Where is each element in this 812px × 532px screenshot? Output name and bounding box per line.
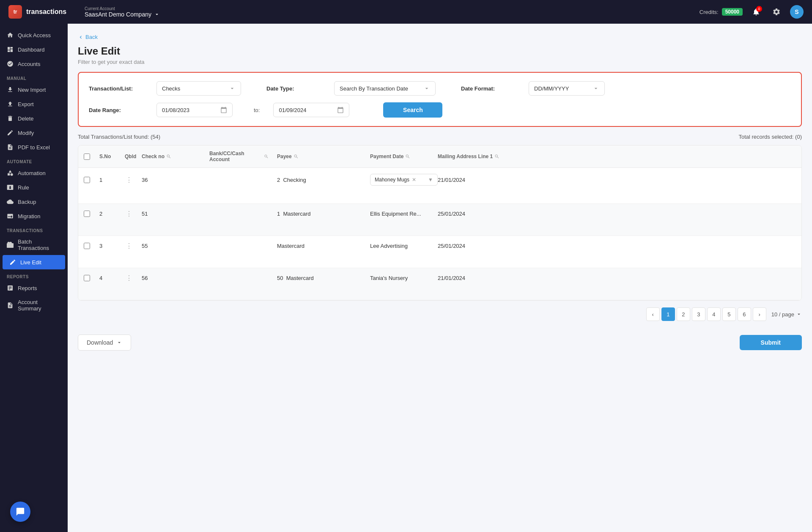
row-qbld: 51 <box>137 204 205 224</box>
row-checkbox[interactable] <box>78 268 95 288</box>
page-size-selector[interactable]: 10 / page <box>771 311 802 318</box>
table-header: S.No Qbld Check no Bank/CC/Cash Account … <box>78 145 801 168</box>
page-next-button[interactable]: › <box>753 307 766 321</box>
sidebar-item-quick-access[interactable]: Quick Access <box>0 28 68 42</box>
page-1-button[interactable]: 1 <box>661 307 675 321</box>
sidebar-item-live-edit[interactable]: Live Edit <box>3 255 65 269</box>
payee-clear-icon[interactable]: ✕ <box>412 177 416 183</box>
date-from-input[interactable]: 01/08/2023 <box>156 103 233 117</box>
sidebar-item-modify[interactable]: Modify <box>0 126 68 140</box>
row-qbld: 55 <box>137 236 205 256</box>
sidebar-item-pdf-to-excel[interactable]: PDF to Excel <box>0 140 68 154</box>
row-sno: 2 <box>95 204 121 224</box>
search-button[interactable]: Search <box>383 102 442 118</box>
account-name[interactable]: SaasAnt Demo Company <box>85 11 160 18</box>
row-sno: 4 <box>95 268 121 288</box>
sidebar-item-batch-transactions[interactable]: Batch Transactions <box>0 235 68 255</box>
page-4-button[interactable]: 4 <box>707 307 721 321</box>
row-sno: 1 <box>95 168 121 192</box>
sidebar: Quick Access Dashboard Accounts MANUAL N… <box>0 24 68 532</box>
th-check-no[interactable]: Check no <box>137 145 205 167</box>
sidebar-item-backup[interactable]: Backup <box>0 195 68 209</box>
sidebar-item-migration[interactable]: Migration <box>0 209 68 223</box>
th-bank[interactable]: Bank/CC/Cash Account <box>205 145 273 167</box>
row-payee: Tania's Nursery <box>366 268 433 288</box>
filter-row-2: Date Range: 01/08/2023 to: 01/09/2024 Se… <box>89 102 791 118</box>
date-to-input[interactable]: 01/09/2024 <box>273 103 349 117</box>
th-sno: S.No <box>95 145 121 167</box>
page-6-button[interactable]: 6 <box>738 307 751 321</box>
total-selected: Total records selected: (0) <box>738 134 802 140</box>
account-selector[interactable]: Current Account SaasAnt Demo Company <box>85 6 160 18</box>
th-checkbox[interactable] <box>78 145 95 167</box>
table-row: 2 ⋮ 51 1 Mastercard Ellis Equipment Re..… <box>78 204 801 236</box>
payee-dropdown-icon[interactable]: ▼ <box>428 177 433 183</box>
credits-value: 50000 <box>722 8 743 16</box>
row-payment-date: 21/01/2024 <box>433 268 518 288</box>
user-avatar[interactable]: S <box>790 5 804 19</box>
row-check-no <box>205 168 273 192</box>
filter-row-1: Transaction/List: Checks Date Type: Sear… <box>89 81 791 96</box>
sidebar-item-accounts[interactable]: Accounts <box>0 57 68 71</box>
row-bank: Mastercard <box>273 236 366 256</box>
row-payment-date: 25/01/2024 <box>433 204 518 224</box>
page-subtitle: Filter to get your exact data <box>78 59 802 65</box>
date-range-label: Date Range: <box>89 107 148 113</box>
date-type-select[interactable]: Search By Transaction Date <box>334 81 436 96</box>
select-all-checkbox[interactable] <box>84 154 90 160</box>
notification-bell[interactable]: 0 <box>749 5 763 19</box>
row-checkbox[interactable] <box>78 236 95 256</box>
transactions-section-label: TRANSACTIONS <box>0 223 68 235</box>
chat-bubble[interactable] <box>10 502 30 522</box>
row-dots-menu[interactable]: ⋮ <box>121 204 137 224</box>
row-payee[interactable]: Mahoney Mugs ✕ ▼ <box>366 168 433 192</box>
row-dots-menu[interactable]: ⋮ <box>121 168 137 192</box>
row-payee: Ellis Equipment Re... <box>366 204 433 224</box>
row-dots-menu[interactable]: ⋮ <box>121 236 137 256</box>
page-3-button[interactable]: 3 <box>692 307 705 321</box>
th-payee[interactable]: Payee <box>273 145 366 167</box>
app-name: transactions <box>26 8 66 16</box>
table-row: 4 ⋮ 56 50 Mastercard Tania's Nursery 21/… <box>78 268 801 300</box>
app-header: tr transactions Current Account SaasAnt … <box>0 0 812 24</box>
logo-area: tr transactions <box>8 5 76 19</box>
row-sno: 3 <box>95 236 121 256</box>
payee-dropdown[interactable]: Mahoney Mugs ✕ ▼ <box>370 174 438 186</box>
page-5-button[interactable]: 5 <box>722 307 736 321</box>
row-check-no <box>205 236 273 256</box>
date-format-select[interactable]: DD/MM/YYYY <box>529 81 605 96</box>
sidebar-item-delete[interactable]: Delete <box>0 111 68 126</box>
row-action <box>78 256 95 268</box>
transaction-list-select[interactable]: Checks <box>156 81 241 96</box>
sidebar-item-new-import[interactable]: New Import <box>0 82 68 97</box>
sidebar-item-reports[interactable]: Reports <box>0 281 68 295</box>
th-payment-date[interactable]: Payment Date <box>366 145 433 167</box>
sidebar-item-dashboard[interactable]: Dashboard <box>0 42 68 57</box>
row-checkbox[interactable] <box>78 168 95 192</box>
th-spacer <box>518 145 543 167</box>
row-checkbox[interactable] <box>78 204 95 224</box>
date-type-label: Date Type: <box>266 85 326 92</box>
sidebar-item-rule[interactable]: Rule <box>0 180 68 195</box>
row-payee: Lee Advertising <box>366 236 433 256</box>
table-meta: Total Transactions/List found: (54) Tota… <box>78 134 802 140</box>
date-to-separator: to: <box>254 107 260 113</box>
row-check-no <box>205 268 273 288</box>
th-qbld: Qbld <box>121 145 137 167</box>
notif-badge: 0 <box>756 6 762 12</box>
row-payment-date: 25/01/2024 <box>433 236 518 256</box>
back-button[interactable]: Back <box>78 34 802 40</box>
page-2-button[interactable]: 2 <box>677 307 690 321</box>
page-title: Live Edit <box>78 45 802 57</box>
sidebar-item-export[interactable]: Export <box>0 97 68 111</box>
sidebar-item-account-summary[interactable]: Account Summary <box>0 295 68 315</box>
download-button[interactable]: Download <box>78 335 131 351</box>
submit-button[interactable]: Submit <box>740 335 802 350</box>
sidebar-item-automation[interactable]: Automation <box>0 166 68 180</box>
page-prev-button[interactable]: ‹ <box>646 307 660 321</box>
row-dots-menu[interactable]: ⋮ <box>121 268 137 288</box>
row-action <box>78 288 95 300</box>
settings-icon[interactable] <box>770 5 783 19</box>
th-address[interactable]: Mailing Address Line 1 <box>433 145 518 167</box>
svg-point-0 <box>11 173 13 176</box>
